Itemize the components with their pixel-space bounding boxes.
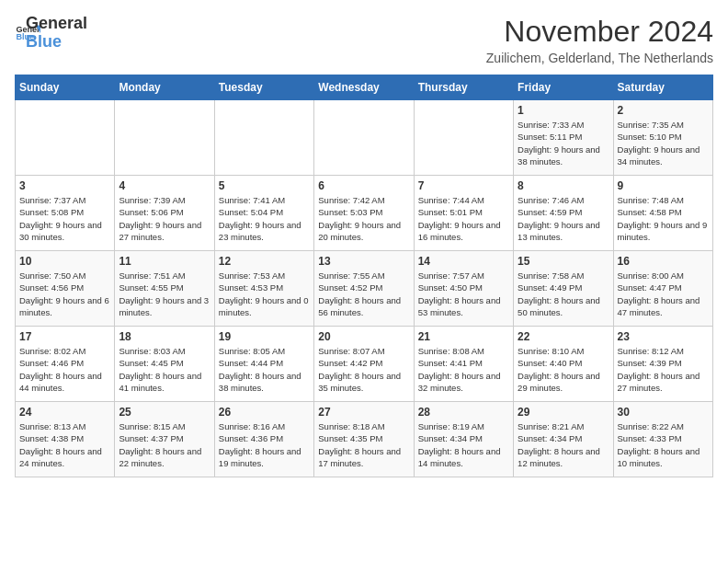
calendar-cell: 26Sunrise: 8:16 AM Sunset: 4:36 PM Dayli… xyxy=(214,402,313,477)
calendar-cell: 21Sunrise: 8:08 AM Sunset: 4:41 PM Dayli… xyxy=(414,327,513,402)
calendar-cell: 12Sunrise: 7:53 AM Sunset: 4:53 PM Dayli… xyxy=(214,251,313,327)
calendar-week-row: 3Sunrise: 7:37 AM Sunset: 5:08 PM Daylig… xyxy=(16,176,713,251)
day-number: 30 xyxy=(618,406,709,419)
calendar-cell: 13Sunrise: 7:55 AM Sunset: 4:52 PM Dayli… xyxy=(314,251,414,327)
day-info: Sunrise: 8:15 AM Sunset: 4:37 PM Dayligh… xyxy=(119,420,210,469)
day-info: Sunrise: 8:12 AM Sunset: 4:39 PM Dayligh… xyxy=(618,345,709,394)
day-info: Sunrise: 7:42 AM Sunset: 5:03 PM Dayligh… xyxy=(318,194,409,243)
day-info: Sunrise: 8:16 AM Sunset: 4:36 PM Dayligh… xyxy=(219,420,310,469)
day-info: Sunrise: 7:58 AM Sunset: 4:49 PM Dayligh… xyxy=(518,270,609,318)
calendar-week-row: 24Sunrise: 8:13 AM Sunset: 4:38 PM Dayli… xyxy=(16,402,713,477)
day-info: Sunrise: 7:55 AM Sunset: 4:52 PM Dayligh… xyxy=(318,270,409,318)
day-info: Sunrise: 7:51 AM Sunset: 4:55 PM Dayligh… xyxy=(119,270,210,318)
calendar-cell: 17Sunrise: 8:02 AM Sunset: 4:46 PM Dayli… xyxy=(16,327,115,402)
calendar-cell: 20Sunrise: 8:07 AM Sunset: 4:42 PM Dayli… xyxy=(314,327,414,402)
header-wednesday: Wednesday xyxy=(314,75,414,100)
calendar-cell xyxy=(16,100,115,176)
day-number: 24 xyxy=(19,406,110,419)
calendar-week-row: 10Sunrise: 7:50 AM Sunset: 4:56 PM Dayli… xyxy=(16,251,713,327)
day-info: Sunrise: 8:19 AM Sunset: 4:34 PM Dayligh… xyxy=(418,420,509,469)
logo-text-general: General xyxy=(26,15,87,33)
header-friday: Friday xyxy=(514,75,613,100)
header-monday: Monday xyxy=(115,75,214,100)
day-info: Sunrise: 8:13 AM Sunset: 4:38 PM Dayligh… xyxy=(19,420,110,469)
calendar-cell: 11Sunrise: 7:51 AM Sunset: 4:55 PM Dayli… xyxy=(115,251,214,327)
day-number: 22 xyxy=(518,330,609,343)
calendar-header-row: SundayMondayTuesdayWednesdayThursdayFrid… xyxy=(16,75,713,100)
day-number: 10 xyxy=(19,255,110,268)
day-info: Sunrise: 8:18 AM Sunset: 4:35 PM Dayligh… xyxy=(318,420,409,469)
day-number: 6 xyxy=(318,179,409,192)
day-number: 11 xyxy=(119,255,210,268)
calendar-cell: 9Sunrise: 7:48 AM Sunset: 4:58 PM Daylig… xyxy=(613,176,712,251)
day-info: Sunrise: 8:02 AM Sunset: 4:46 PM Dayligh… xyxy=(19,345,110,394)
calendar-cell: 25Sunrise: 8:15 AM Sunset: 4:37 PM Dayli… xyxy=(115,402,214,477)
day-info: Sunrise: 8:00 AM Sunset: 4:47 PM Dayligh… xyxy=(618,270,709,318)
calendar-cell: 6Sunrise: 7:42 AM Sunset: 5:03 PM Daylig… xyxy=(314,176,414,251)
header-thursday: Thursday xyxy=(414,75,513,100)
calendar-cell xyxy=(414,100,513,176)
calendar-cell: 7Sunrise: 7:44 AM Sunset: 5:01 PM Daylig… xyxy=(414,176,513,251)
header-tuesday: Tuesday xyxy=(214,75,313,100)
calendar-cell: 27Sunrise: 8:18 AM Sunset: 4:35 PM Dayli… xyxy=(314,402,414,477)
day-number: 17 xyxy=(19,330,110,343)
day-info: Sunrise: 7:44 AM Sunset: 5:01 PM Dayligh… xyxy=(418,194,509,243)
day-info: Sunrise: 8:21 AM Sunset: 4:34 PM Dayligh… xyxy=(518,420,609,469)
day-info: Sunrise: 8:10 AM Sunset: 4:40 PM Dayligh… xyxy=(518,345,609,394)
day-number: 23 xyxy=(618,330,709,343)
calendar-table: SundayMondayTuesdayWednesdayThursdayFrid… xyxy=(15,75,713,477)
day-info: Sunrise: 8:05 AM Sunset: 4:44 PM Dayligh… xyxy=(219,345,310,394)
calendar-cell: 28Sunrise: 8:19 AM Sunset: 4:34 PM Dayli… xyxy=(414,402,513,477)
calendar-cell xyxy=(314,100,414,176)
day-info: Sunrise: 7:50 AM Sunset: 4:56 PM Dayligh… xyxy=(19,270,110,318)
calendar-cell: 1Sunrise: 7:33 AM Sunset: 5:11 PM Daylig… xyxy=(514,100,613,176)
day-info: Sunrise: 7:37 AM Sunset: 5:08 PM Dayligh… xyxy=(19,194,110,243)
header-saturday: Saturday xyxy=(613,75,712,100)
day-number: 15 xyxy=(518,255,609,268)
day-info: Sunrise: 7:46 AM Sunset: 4:59 PM Dayligh… xyxy=(518,194,609,243)
day-number: 20 xyxy=(318,330,409,343)
day-info: Sunrise: 7:35 AM Sunset: 5:10 PM Dayligh… xyxy=(618,119,709,167)
day-number: 18 xyxy=(119,330,210,343)
header: General Blue General Blue November 2024 … xyxy=(15,15,713,65)
calendar-cell: 29Sunrise: 8:21 AM Sunset: 4:34 PM Dayli… xyxy=(514,402,613,477)
title-area: November 2024 Zuilichem, Gelderland, The… xyxy=(486,15,713,65)
day-number: 19 xyxy=(219,330,310,343)
calendar-cell: 4Sunrise: 7:39 AM Sunset: 5:06 PM Daylig… xyxy=(115,176,214,251)
calendar-cell: 24Sunrise: 8:13 AM Sunset: 4:38 PM Dayli… xyxy=(16,402,115,477)
day-number: 28 xyxy=(418,406,509,419)
day-info: Sunrise: 8:07 AM Sunset: 4:42 PM Dayligh… xyxy=(318,345,409,394)
month-title: November 2024 xyxy=(486,15,713,49)
location-title: Zuilichem, Gelderland, The Netherlands xyxy=(486,51,713,65)
calendar-cell: 23Sunrise: 8:12 AM Sunset: 4:39 PM Dayli… xyxy=(613,327,712,402)
day-number: 8 xyxy=(518,179,609,192)
day-info: Sunrise: 7:41 AM Sunset: 5:04 PM Dayligh… xyxy=(219,194,310,243)
day-info: Sunrise: 7:33 AM Sunset: 5:11 PM Dayligh… xyxy=(518,119,609,167)
calendar-cell: 19Sunrise: 8:05 AM Sunset: 4:44 PM Dayli… xyxy=(214,327,313,402)
day-number: 13 xyxy=(318,255,409,268)
day-info: Sunrise: 8:22 AM Sunset: 4:33 PM Dayligh… xyxy=(618,420,709,469)
day-number: 4 xyxy=(119,179,210,192)
calendar-cell: 14Sunrise: 7:57 AM Sunset: 4:50 PM Dayli… xyxy=(414,251,513,327)
day-info: Sunrise: 7:53 AM Sunset: 4:53 PM Dayligh… xyxy=(219,270,310,318)
calendar-cell: 8Sunrise: 7:46 AM Sunset: 4:59 PM Daylig… xyxy=(514,176,613,251)
calendar-cell xyxy=(115,100,214,176)
day-number: 16 xyxy=(618,255,709,268)
calendar-cell: 22Sunrise: 8:10 AM Sunset: 4:40 PM Dayli… xyxy=(514,327,613,402)
calendar-week-row: 17Sunrise: 8:02 AM Sunset: 4:46 PM Dayli… xyxy=(16,327,713,402)
day-info: Sunrise: 7:48 AM Sunset: 4:58 PM Dayligh… xyxy=(618,194,709,243)
day-number: 25 xyxy=(119,406,210,419)
day-number: 1 xyxy=(518,104,609,117)
day-number: 29 xyxy=(518,406,609,419)
logo: General Blue General Blue xyxy=(15,15,87,52)
calendar-cell: 16Sunrise: 8:00 AM Sunset: 4:47 PM Dayli… xyxy=(613,251,712,327)
day-info: Sunrise: 7:57 AM Sunset: 4:50 PM Dayligh… xyxy=(418,270,509,318)
day-number: 21 xyxy=(418,330,509,343)
header-sunday: Sunday xyxy=(16,75,115,100)
day-number: 2 xyxy=(618,104,709,117)
calendar-cell: 5Sunrise: 7:41 AM Sunset: 5:04 PM Daylig… xyxy=(214,176,313,251)
day-number: 14 xyxy=(418,255,509,268)
calendar-cell: 2Sunrise: 7:35 AM Sunset: 5:10 PM Daylig… xyxy=(613,100,712,176)
day-info: Sunrise: 7:39 AM Sunset: 5:06 PM Dayligh… xyxy=(119,194,210,243)
calendar-cell: 3Sunrise: 7:37 AM Sunset: 5:08 PM Daylig… xyxy=(16,176,115,251)
